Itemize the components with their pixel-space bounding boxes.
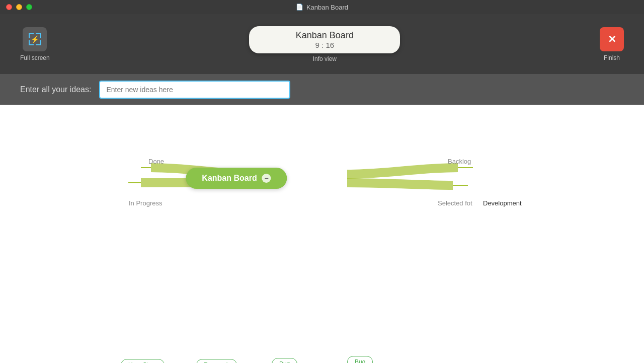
canvas-area: Done In Progress Backlog Selected fot De… — [0, 105, 644, 363]
ideas-bar: Enter all your ideas: — [0, 75, 644, 105]
close-button[interactable] — [6, 4, 12, 10]
finish-label: Finish — [604, 54, 620, 61]
tag-user-story-1[interactable]: User Story — [121, 359, 165, 363]
board-title: Kanban Board — [296, 30, 354, 41]
center-node[interactable]: Kanban Board − — [186, 168, 287, 189]
finish-section: ✕ Finish — [600, 27, 624, 61]
tag-research-1[interactable]: Research — [196, 359, 237, 363]
info-view-label: Info view — [313, 55, 337, 62]
fullscreen-section: ⚡ Full screen — [20, 27, 50, 61]
board-time: 9 : 16 — [315, 41, 335, 49]
toolbar: ⚡ Full screen Kanban Board 9 : 16 Info v… — [0, 14, 644, 75]
fullscreen-button[interactable]: ⚡ — [23, 27, 47, 51]
maximize-button[interactable] — [26, 4, 32, 10]
titlebar: 📄 Kanban Board — [0, 0, 644, 14]
mindmap-container: Done In Progress Backlog Selected fot De… — [0, 105, 644, 363]
file-icon: 📄 — [296, 4, 303, 11]
x-icon: ✕ — [608, 33, 616, 45]
info-view-pill[interactable]: Kanban Board 9 : 16 — [249, 26, 400, 53]
tag-bug-1[interactable]: Bug — [272, 358, 297, 363]
finish-button[interactable]: ✕ — [600, 27, 624, 51]
info-view-section: Kanban Board 9 : 16 Info view — [249, 26, 400, 62]
minimize-button[interactable] — [16, 4, 22, 10]
traffic-lights — [6, 4, 32, 10]
ideas-label: Enter all your ideas: — [20, 85, 91, 94]
window-title: 📄 Kanban Board — [296, 4, 348, 11]
fullscreen-icon: ⚡ — [27, 31, 43, 47]
in-progress-label: In Progress — [129, 199, 162, 207]
ideas-input[interactable] — [99, 81, 290, 99]
selected-for-label: Selected fot — [438, 199, 472, 207]
fullscreen-label: Full screen — [20, 54, 50, 61]
collapse-button[interactable]: − — [262, 174, 271, 183]
backlog-label: Backlog — [448, 158, 471, 165]
mindmap-svg — [0, 105, 644, 363]
done-label: Done — [148, 158, 164, 165]
development-label: Development — [483, 199, 522, 207]
tag-bug-2[interactable]: Bug — [347, 356, 373, 363]
center-node-text: Kanban Board — [202, 174, 257, 183]
